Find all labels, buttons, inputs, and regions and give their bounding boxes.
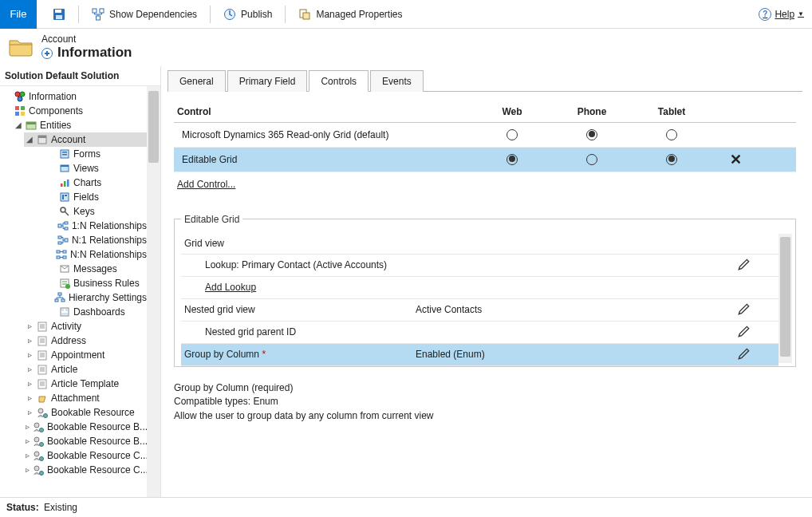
svg-rect-46 bbox=[55, 299, 58, 302]
tree-article[interactable]: ▹Article bbox=[24, 362, 147, 377]
tree-messages[interactable]: Messages bbox=[46, 262, 147, 276]
svg-rect-47 bbox=[61, 299, 65, 302]
tree-keys[interactable]: Keys bbox=[46, 204, 147, 219]
svg-rect-14 bbox=[15, 112, 19, 116]
tree-n-n-relationships[interactable]: N:N Relationships bbox=[46, 247, 147, 262]
tree-fields[interactable]: Fields bbox=[46, 190, 147, 204]
col-control: Control bbox=[177, 106, 472, 117]
solution-tree[interactable]: Information Components ◢Entities ◢Accoun… bbox=[0, 86, 147, 497]
pencil-icon[interactable] bbox=[737, 302, 751, 316]
control-row[interactable]: Microsoft Dynamics 365 Read-only Grid (d… bbox=[174, 123, 796, 148]
tree-article-template[interactable]: ▹Article Template bbox=[24, 377, 147, 391]
tree-bookable-resource-b-[interactable]: ▹Bookable Resource B... bbox=[24, 420, 147, 434]
tree-bookable-resource-c-[interactable]: ▹Bookable Resource C... bbox=[24, 463, 147, 477]
pencil-icon[interactable] bbox=[737, 257, 751, 271]
nested-grid-parent-row[interactable]: Nested grid parent ID bbox=[181, 322, 778, 344]
svg-rect-33 bbox=[65, 222, 68, 224]
tree-label: Views bbox=[73, 163, 99, 174]
svg-point-64 bbox=[40, 456, 44, 460]
add-lookup-row[interactable]: Add Lookup bbox=[181, 277, 778, 299]
col-tablet: Tablet bbox=[632, 106, 711, 117]
node-icon bbox=[57, 220, 69, 231]
node-icon bbox=[33, 464, 44, 476]
node-icon bbox=[59, 206, 70, 217]
tree-label: 1:N Relationships bbox=[72, 220, 147, 231]
tree-label: N:1 Relationships bbox=[72, 235, 147, 246]
tab-events[interactable]: Events bbox=[370, 70, 424, 92]
publish-icon bbox=[223, 8, 236, 21]
tree-attachment[interactable]: ▹Attachment bbox=[24, 391, 147, 405]
radio[interactable] bbox=[507, 129, 518, 140]
radio[interactable] bbox=[666, 129, 677, 140]
tree-activity[interactable]: ▹Activity bbox=[24, 319, 147, 333]
entities-icon bbox=[26, 120, 37, 131]
tree-charts[interactable]: Charts bbox=[46, 176, 147, 190]
group-by-label-cell: Group by Column * bbox=[184, 349, 416, 360]
svg-rect-28 bbox=[61, 193, 69, 201]
dependencies-icon bbox=[92, 8, 104, 21]
pencil-icon[interactable] bbox=[737, 324, 751, 338]
svg-rect-41 bbox=[63, 256, 66, 258]
tree-account[interactable]: ◢Account bbox=[24, 132, 147, 147]
add-control-link[interactable]: Add Control... bbox=[174, 172, 238, 196]
tree-address[interactable]: ▹Address bbox=[24, 333, 147, 348]
svg-rect-12 bbox=[15, 106, 19, 110]
editable-grid-fieldset: Editable Grid Grid view Lookup: Primary … bbox=[174, 219, 796, 367]
control-row[interactable]: Editable Grid✕ bbox=[174, 148, 796, 172]
save-button[interactable] bbox=[48, 5, 70, 24]
group-by-column-row[interactable]: Group by Column * Enabled (Enum) bbox=[181, 344, 778, 366]
fieldset-scrollbar[interactable] bbox=[778, 234, 792, 363]
desc-line3: Allow the user to group data by any colu… bbox=[174, 409, 796, 423]
left-nav: Solution Default Solution Information Co… bbox=[0, 66, 161, 497]
tree-bookable-resource-b-[interactable]: ▹Bookable Resource B... bbox=[24, 434, 147, 448]
svg-rect-26 bbox=[64, 181, 66, 187]
node-icon bbox=[37, 378, 48, 389]
radio[interactable] bbox=[586, 154, 597, 165]
tree-hierarchy-settings[interactable]: Hierarchy Settings bbox=[46, 290, 147, 305]
managed-properties-button[interactable]: Managed Properties bbox=[294, 5, 407, 24]
left-scrollbar[interactable] bbox=[147, 86, 160, 497]
status-value: Existing bbox=[44, 502, 77, 513]
tree-business-rules[interactable]: Business Rules bbox=[46, 276, 147, 290]
nested-grid-view-row[interactable]: Nested grid view Active Contacts bbox=[181, 299, 778, 322]
add-lookup-link[interactable]: Add Lookup bbox=[184, 282, 416, 293]
tab-primary-field[interactable]: Primary Field bbox=[227, 70, 308, 92]
show-dependencies-button[interactable]: Show Dependencies bbox=[87, 5, 202, 24]
tree-label: Article Template bbox=[51, 378, 119, 389]
tree-bookable-resource-c-[interactable]: ▹Bookable Resource C... bbox=[24, 448, 147, 463]
node-icon bbox=[59, 191, 70, 203]
radio[interactable] bbox=[586, 129, 597, 140]
pencil-icon[interactable] bbox=[737, 346, 751, 361]
tree-n-1-relationships[interactable]: N:1 Relationships bbox=[46, 233, 147, 247]
tree-dashboards[interactable]: Dashboards bbox=[46, 305, 147, 319]
file-menu-button[interactable]: File bbox=[0, 0, 37, 29]
tree-1-n-relationships[interactable]: 1:N Relationships bbox=[46, 219, 147, 233]
tree-bookable-resource[interactable]: ▹Bookable Resource bbox=[24, 405, 147, 420]
tab-controls[interactable]: Controls bbox=[309, 70, 369, 92]
publish-button[interactable]: Publish bbox=[219, 5, 277, 24]
remove-control-icon[interactable]: ✕ bbox=[730, 152, 742, 167]
node-icon bbox=[37, 335, 48, 346]
tree-forms[interactable]: Forms bbox=[46, 147, 147, 161]
tree-appointment[interactable]: ▹Appointment bbox=[24, 348, 147, 362]
control-name: Microsoft Dynamics 365 Read-only Grid (d… bbox=[177, 129, 472, 140]
radio[interactable] bbox=[666, 154, 677, 165]
show-dependencies-label: Show Dependencies bbox=[109, 9, 197, 20]
tree-entities[interactable]: ◢Entities bbox=[13, 118, 147, 132]
lookup-row[interactable]: Lookup: Primary Contact (Active Accounts… bbox=[181, 255, 778, 277]
node-icon bbox=[37, 349, 48, 361]
svg-rect-1 bbox=[55, 10, 61, 13]
svg-rect-29 bbox=[62, 195, 64, 199]
group-by-label: Group by Column bbox=[184, 349, 259, 360]
node-icon bbox=[59, 278, 70, 289]
tree-components[interactable]: Components bbox=[2, 104, 147, 118]
tree-views[interactable]: Views bbox=[46, 161, 147, 176]
tree-label: Appointment bbox=[51, 349, 104, 361]
help-link[interactable]: ? Help ▼ bbox=[751, 5, 812, 24]
svg-rect-49 bbox=[61, 309, 64, 311]
svg-point-58 bbox=[44, 413, 48, 417]
tree-label: Hierarchy Settings bbox=[69, 292, 147, 303]
tree-information[interactable]: Information bbox=[2, 89, 147, 104]
tab-general[interactable]: General bbox=[168, 70, 226, 92]
radio[interactable] bbox=[507, 154, 518, 165]
